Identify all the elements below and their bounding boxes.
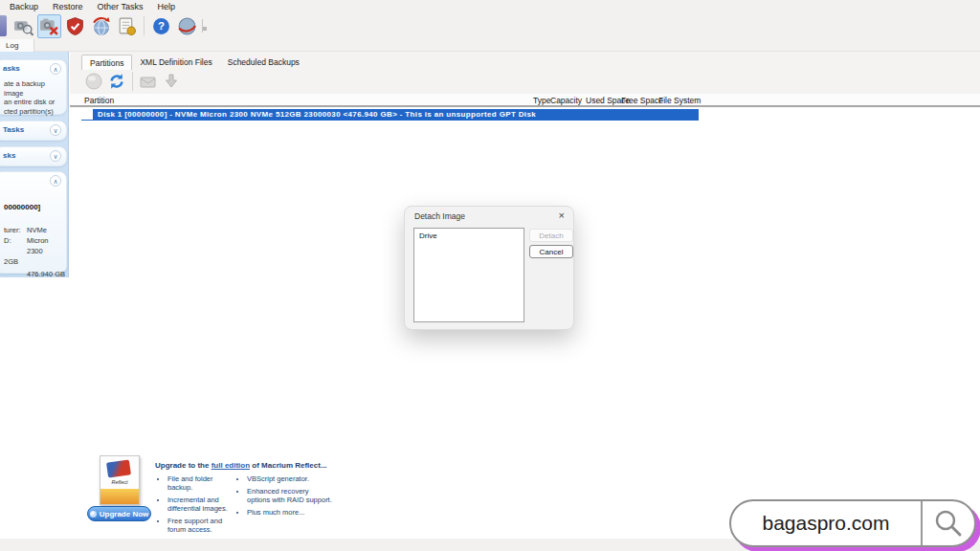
toolbar-separator — [132, 72, 133, 91]
sidebar-section-disk-details: ∧ 00000000] turer: NVMe D: Micron 2300 2… — [0, 171, 67, 274]
bullet-item: Enhanced recovery options with RAID supp… — [247, 487, 332, 504]
upgrade-now-label: Upgrade Now — [100, 510, 149, 518]
sidebar-section-other-tasks: sks ∨ — [0, 146, 67, 166]
create-rescue-media-icon — [117, 16, 137, 36]
refresh-icon — [107, 72, 126, 91]
button-orb-icon — [90, 511, 97, 518]
sidebar-section-backup-tasks: asks ∧ ate a backup image an entire disk… — [0, 59, 67, 115]
menu-restore[interactable]: Restore — [53, 2, 83, 11]
drive-listbox[interactable]: Drive — [413, 228, 524, 322]
image-icon — [84, 72, 103, 91]
log-band: Log — [0, 39, 980, 52]
import-button[interactable] — [160, 71, 183, 92]
disk-row-label: Disk 1 [00000000] - NVMe Micron 2300 NVM… — [93, 109, 699, 120]
section-title: sks — [3, 151, 15, 160]
menu-help[interactable]: Help — [157, 2, 175, 11]
detail-label — [4, 269, 27, 279]
tab-xml-definition-files[interactable]: XML Definition Files — [132, 55, 219, 70]
backup-description-line: an entire disk or — [4, 98, 64, 107]
bullet-item: Incremental and differential images. — [167, 496, 237, 513]
detach-button[interactable]: Detach — [529, 229, 573, 242]
search-icon — [923, 509, 974, 538]
disk-detail-row: 476.940 GB — [4, 269, 66, 279]
verify-image-icon — [65, 16, 85, 36]
dialog-title: Detach Image — [414, 211, 465, 221]
cancel-button[interactable]: Cancel — [529, 245, 573, 258]
disk-detail-row: turer: NVMe — [4, 225, 66, 235]
watermark-text: bagaspro.com — [731, 512, 921, 535]
tab-scheduled-backups[interactable]: Scheduled Backups — [220, 55, 307, 70]
heading-prefix: Upgrade to the — [155, 461, 212, 470]
box-title: Reflect — [100, 479, 139, 485]
bullet-item: VBScript generator. — [247, 474, 332, 483]
backup-disk-icon[interactable] — [0, 15, 7, 36]
create-rescue-media-button[interactable] — [115, 14, 139, 38]
browse-image-button[interactable] — [11, 14, 35, 38]
restore-globe-icon — [91, 16, 111, 36]
disk-row[interactable]: Disk 1 [00000000] - NVMe Micron 2300 NVM… — [81, 109, 699, 121]
browse-image-icon — [13, 16, 33, 36]
backup-description-line: cted partition(s) — [4, 107, 64, 117]
detail-value: NVMe — [27, 225, 66, 235]
heading-suffix: of Macrium Reflect... — [250, 461, 326, 470]
column-capacity[interactable]: Capacity — [550, 96, 582, 105]
box-band — [100, 489, 139, 504]
svg-text:?: ? — [158, 20, 165, 32]
chevron-up-icon[interactable]: ∧ — [50, 175, 61, 187]
column-file-system[interactable]: File System — [658, 96, 701, 105]
watermark-pill: bagaspro.com — [729, 499, 976, 547]
backup-description-line: ate a backup image — [4, 79, 64, 98]
email-icon — [139, 72, 158, 91]
macrium-web-button[interactable] — [175, 14, 199, 38]
detail-label: 2GB — [4, 256, 27, 267]
restore-button[interactable] — [89, 14, 113, 38]
tab-log[interactable]: Log — [0, 39, 34, 52]
partition-toolbar — [82, 71, 183, 92]
chevron-down-icon[interactable]: ∨ — [50, 124, 61, 136]
help-button[interactable]: ? — [149, 14, 173, 38]
bullet-item: Free support and forum access. — [167, 517, 237, 534]
close-icon[interactable]: × — [559, 209, 565, 221]
upgrade-heading: Upgrade to the full edition of Macrium R… — [155, 461, 327, 470]
detail-label: turer: — [4, 225, 27, 235]
column-type[interactable]: Type — [533, 96, 550, 105]
menu-bar: Backup Restore Other Tasks Help — [0, 0, 980, 12]
refresh-button[interactable] — [105, 71, 128, 92]
section-title: Tasks — [3, 125, 24, 134]
toolbar-separator — [144, 16, 145, 35]
image-button[interactable] — [82, 71, 105, 92]
toolbar-overflow-icon[interactable] — [202, 19, 208, 33]
main-toolbar: ? — [0, 12, 980, 39]
upgrade-bullets-right: VBScript generator. Enhanced recovery op… — [236, 474, 332, 520]
detail-label: D: — [4, 235, 27, 256]
sidebar-section-restore-tasks: Tasks ∨ — [0, 121, 67, 141]
detail-value — [27, 256, 66, 267]
detail-value: 476.940 GB — [27, 269, 66, 279]
menu-backup[interactable]: Backup — [10, 2, 38, 11]
product-box-image: Reflect — [100, 455, 140, 505]
disk-detail-row: 2GB — [4, 256, 66, 267]
upgrade-now-button[interactable]: Upgrade Now — [87, 506, 151, 521]
macrium-web-icon — [177, 16, 197, 36]
detail-value: Micron 2300 — [27, 235, 66, 256]
menu-other-tasks[interactable]: Other Tasks — [98, 2, 144, 11]
detach-image-button[interactable] — [37, 14, 61, 38]
help-icon: ? — [151, 16, 171, 36]
email-button[interactable] — [137, 71, 160, 92]
disk-row-gutter — [81, 109, 93, 120]
verify-image-button[interactable] — [63, 14, 87, 38]
tab-partitions[interactable]: Partitions — [81, 55, 132, 70]
column-partition[interactable]: Partition — [84, 96, 114, 105]
bullet-item: Plus much more... — [247, 508, 332, 517]
upgrade-bullets-left: File and folder backup. Incremental and … — [157, 474, 237, 538]
listbox-header: Drive — [414, 229, 523, 240]
chevron-down-icon[interactable]: ∨ — [50, 150, 61, 162]
column-free-space[interactable]: Free Space — [621, 96, 663, 105]
chevron-up-icon[interactable]: ∧ — [50, 63, 61, 75]
partition-table-header: Partition Type Capacity Used Space Free … — [70, 94, 980, 107]
app-window: Backup Restore Other Tasks Help — [0, 0, 980, 551]
full-edition-link[interactable]: full edition — [212, 461, 250, 470]
section-title: asks — [3, 64, 20, 73]
task-sidebar: asks ∧ ate a backup image an entire disk… — [0, 52, 69, 277]
disk-detail-row: D: Micron 2300 — [4, 235, 66, 256]
